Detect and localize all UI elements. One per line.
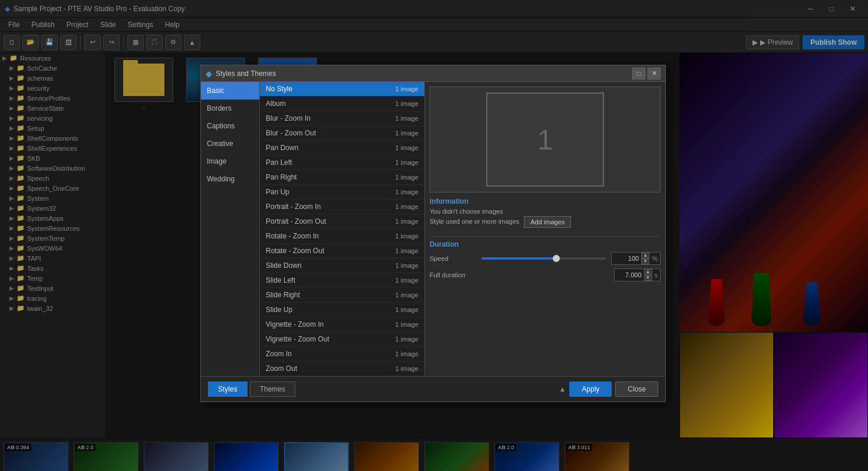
modal-apply-button[interactable]: Apply [569, 382, 612, 397]
modal-duration-input[interactable] [615, 270, 644, 280]
add-images-button[interactable]: Add images [524, 216, 571, 228]
modal-info-title: Information [430, 197, 661, 205]
style-zoom-in[interactable]: Zoom In 1 image [260, 347, 424, 361]
style-vignette-zoom-in[interactable]: Vignette - Zoom In 1 image [260, 317, 424, 332]
category-creative[interactable]: Creative [201, 135, 259, 152]
modal-body: Basic Borders Captions Creative Image We… [201, 82, 665, 376]
style-slide-down[interactable]: Slide Down 1 image [260, 258, 424, 273]
modal-preview-number: 1 [537, 124, 553, 156]
style-pan-up[interactable]: Pan Up 1 image [260, 185, 424, 200]
modal-speed-unit: % [649, 255, 660, 262]
modal-duration-up[interactable]: ▲ [644, 269, 652, 275]
modal-styles-list: No Style 1 image Album 1 image Blur - Zo… [260, 82, 425, 376]
modal-tab-themes[interactable]: Themes [250, 382, 295, 397]
modal-speed-input[interactable] [612, 254, 641, 263]
style-pan-right[interactable]: Pan Right 1 image [260, 170, 424, 185]
modal-title: ◆ Styles and Themes [206, 69, 276, 78]
modal-close-bottom-button[interactable]: Close [615, 382, 658, 397]
category-image[interactable]: Image [201, 152, 259, 170]
modal-speed-spinners: ▲ ▼ [641, 253, 649, 264]
modal-close-button[interactable]: ✕ [648, 68, 661, 79]
styles-themes-modal: ◆ Styles and Themes □ ✕ Basic Borders Ca… [200, 65, 666, 402]
style-portrait-zoom-in[interactable]: Portrait - Zoom In 1 image [260, 200, 424, 214]
style-rotate-zoom-out[interactable]: Rotate - Zoom Out 1 image [260, 244, 424, 258]
modal-duration-label: Full duration [430, 271, 477, 278]
modal-categories: Basic Borders Captions Creative Image We… [201, 82, 260, 376]
modal-icon: ◆ [206, 69, 212, 78]
modal-duration-title: Duration [430, 240, 661, 248]
modal-footer: Styles Themes ▲ Apply Close [201, 376, 665, 402]
modal-window-controls: □ ✕ [632, 68, 661, 79]
modal-speed-slider[interactable] [481, 257, 606, 260]
modal-info-line2: Style used one or more images [430, 218, 519, 225]
style-blur-zoom-in[interactable]: Blur - Zoom In 1 image [260, 111, 424, 126]
modal-duration-spinners: ▲ ▼ [644, 269, 652, 281]
style-zoom-out[interactable]: Zoom Out 1 image [260, 361, 424, 376]
modal-title-bar: ◆ Styles and Themes □ ✕ [201, 65, 665, 82]
modal-speed-down[interactable]: ▼ [641, 258, 649, 264]
style-album[interactable]: Album 1 image [260, 97, 424, 111]
modal-preview-area: 1 [430, 87, 661, 193]
modal-speed-input-wrap: ▲ ▼ % [611, 252, 661, 265]
modal-footer-tabs: Styles Themes [208, 382, 295, 397]
style-blur-zoom-out[interactable]: Blur - Zoom Out 1 image [260, 126, 424, 141]
modal-footer-actions: ▲ Apply Close [559, 382, 658, 397]
modal-speed-row: Speed ▲ ▼ % [430, 252, 661, 265]
category-wedding[interactable]: Wedding [201, 170, 259, 188]
style-no-style[interactable]: No Style 1 image [260, 82, 424, 97]
modal-duration-unit: s [652, 271, 661, 278]
style-pan-down[interactable]: Pan Down 1 image [260, 141, 424, 155]
style-pan-left[interactable]: Pan Left 1 image [260, 155, 424, 170]
category-borders[interactable]: Borders [201, 99, 259, 117]
modal-tab-styles[interactable]: Styles [208, 382, 247, 397]
style-vignette-zoom-out[interactable]: Vignette - Zoom Out 1 image [260, 332, 424, 347]
modal-right-panel: 1 Information You didn't choose images S… [425, 82, 665, 376]
style-slide-left[interactable]: Slide Left 1 image [260, 273, 424, 288]
modal-duration-down[interactable]: ▼ [644, 275, 652, 281]
style-rotate-zoom-in[interactable]: Rotate - Zoom In 1 image [260, 229, 424, 244]
modal-arrow-up[interactable]: ▲ [559, 385, 566, 393]
style-slide-right[interactable]: Slide Right 1 image [260, 288, 424, 303]
modal-maximize-button[interactable]: □ [632, 68, 645, 79]
modal-info-line1: You didn't choose images [430, 208, 661, 215]
category-captions[interactable]: Captions [201, 117, 259, 135]
category-basic[interactable]: Basic [201, 82, 259, 99]
modal-duration-row: Full duration ▲ ▼ s [430, 268, 661, 281]
style-portrait-zoom-out[interactable]: Portrait - Zoom Out 1 image [260, 214, 424, 229]
modal-duration-input-wrap: ▲ ▼ s [614, 268, 661, 281]
modal-duration-section: Duration Speed ▲ ▼ % [430, 240, 661, 285]
modal-speed-label: Speed [430, 255, 477, 262]
modal-speed-up[interactable]: ▲ [641, 253, 649, 258]
style-slide-up[interactable]: Slide Up 1 image [260, 303, 424, 317]
modal-info-section: Information You didn't choose images Sty… [430, 197, 661, 228]
